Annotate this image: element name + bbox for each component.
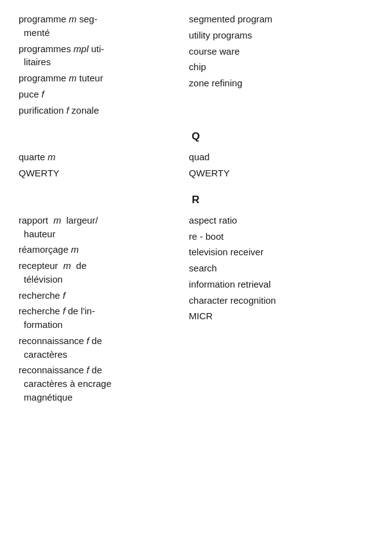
p-section: programme m seg- menté programmes mpl ut… [19,12,373,119]
entry-programme-tuteur-french: programme m tuteur [19,71,183,85]
p-french-col: programme m seg- menté programmes mpl ut… [19,12,189,119]
entry-remorçage-english: re - boot [189,230,373,243]
p-english-col: segmented program utility programs cours… [189,12,373,119]
q-french-col: quarte m QWERTY [19,150,189,183]
q-section: quarte m QWERTY quad QWERTY [19,150,373,183]
entry-programmes-utilitaires-english: utility programs [189,29,373,42]
entry-qwerty-french: QWERTY [19,166,183,180]
entry-purification-french: purification f zonale [19,104,183,117]
entry-purification-english: zone refining [189,76,373,90]
q-english-col: quad QWERTY [189,150,373,183]
entry-recepteur-french: recepteur m de télévision [19,259,183,286]
entry-puce-french: puce f [19,88,183,101]
entry-programmes-utilitaires-french: programmes mpl uti- litaires [19,42,183,70]
r-section: rapport m largeur/ hauteur réamorçage m … [19,214,373,407]
entry-reconnaissance-micr-french: reconnaissance f de caractères à encrage… [19,363,183,404]
entry-recherche-info-french: recherche f de l'in- formation [19,304,183,332]
entry-qwerty-english: QWERTY [189,166,373,180]
entry-recepteur-english: television receiver [189,245,373,259]
entry-quarte-english: quad [189,150,373,164]
q-section-header: Q [19,119,373,150]
entry-reconnaissance-char-french: reconnaissance f de caractères [19,334,183,361]
entry-rapport-english: aspect ratio [189,214,373,227]
entry-programme-segmente-english: segmented program [189,12,373,26]
entry-recherche-french: recherche f [19,289,183,302]
entry-quarte-french: quarte m [19,150,183,164]
entry-recherche-info-english: information retrieval [189,278,373,291]
entry-programme-tuteur-english: course ware [189,45,373,58]
r-english-col: aspect ratio re - boot television receiv… [189,214,373,407]
entry-remorçage-french: réamorçage m [19,243,183,257]
r-section-header: R [19,183,373,214]
dictionary-page: programme m seg- menté programmes mpl ut… [19,12,373,407]
entry-rapport-french: rapport m largeur/ hauteur [19,214,183,241]
r-french-col: rapport m largeur/ hauteur réamorçage m … [19,214,189,407]
entry-recherche-english: search [189,261,373,275]
entry-reconnaissance-micr-english: MICR [189,309,373,323]
entry-programme-segmente-french: programme m seg- menté [19,12,183,40]
entry-puce-english: chip [189,60,373,74]
entry-reconnaissance-char-english: character recognition [189,294,373,307]
